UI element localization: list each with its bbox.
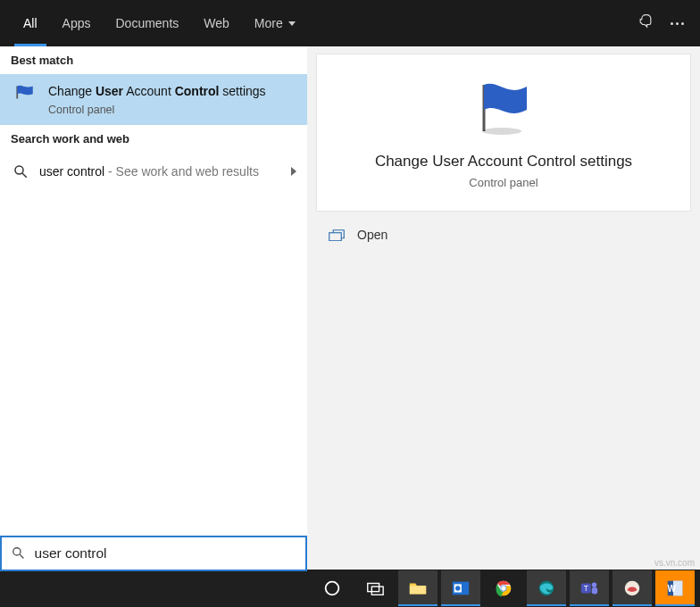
open-icon (329, 229, 345, 241)
chevron-right-icon (291, 167, 296, 176)
tab-all[interactable]: All (11, 0, 50, 46)
open-label: Open (357, 228, 388, 242)
result-subtitle: Control panel (48, 104, 266, 116)
results-panel: Best match Change User Account Control s… (0, 46, 307, 571)
taskbar-edge[interactable] (527, 570, 566, 606)
search-icon (11, 545, 26, 561)
feedback-icon[interactable] (637, 13, 654, 34)
svg-point-19 (592, 583, 597, 588)
svg-rect-9 (410, 586, 426, 594)
uac-shield-flag-icon (471, 79, 536, 137)
tab-web[interactable]: Web (191, 0, 242, 46)
chevron-down-icon (288, 21, 296, 26)
svg-rect-7 (368, 584, 379, 592)
svg-point-6 (326, 582, 339, 595)
svg-rect-8 (371, 586, 383, 595)
svg-point-0 (15, 166, 23, 174)
search-box[interactable] (0, 536, 307, 571)
search-icon (12, 163, 29, 179)
taskbar-taskview[interactable] (355, 570, 395, 606)
svg-text:T: T (584, 585, 588, 593)
preview-card: Change User Account Control settings Con… (316, 54, 691, 212)
svg-line-1 (22, 173, 27, 178)
svg-rect-20 (592, 587, 597, 594)
uac-shield-flag-icon (12, 83, 38, 108)
tab-more-label: More (254, 16, 283, 30)
search-input[interactable] (35, 545, 296, 561)
tab-documents[interactable]: Documents (103, 0, 191, 46)
watermark: vs.vn.com (654, 558, 695, 568)
taskbar-teams[interactable]: T (570, 570, 609, 606)
tab-apps[interactable]: Apps (50, 0, 104, 46)
result-change-uac[interactable]: Change User Account Control settings Con… (0, 74, 307, 125)
svg-point-12 (455, 586, 461, 591)
taskbar-word[interactable]: W (655, 570, 695, 606)
taskbar-cortana[interactable] (312, 570, 352, 606)
taskbar-outlook[interactable] (441, 570, 480, 606)
search-web-row[interactable]: user control - See work and web results (0, 153, 307, 190)
taskbar-left-gap (0, 571, 307, 607)
taskbar-file-explorer[interactable] (398, 570, 438, 606)
search-work-web-header: Search work and web (0, 125, 307, 153)
svg-point-4 (13, 548, 21, 555)
taskbar-chrome[interactable] (484, 570, 523, 606)
svg-point-15 (501, 586, 506, 591)
svg-point-2 (482, 128, 521, 135)
svg-rect-3 (329, 232, 342, 240)
taskbar-app-generic[interactable] (612, 570, 652, 606)
search-web-text: user control - See work and web results (39, 164, 259, 179)
taskbar: T W (307, 570, 700, 607)
search-filter-tabbar: All Apps Documents Web More (0, 0, 700, 46)
preview-panel: Change User Account Control settings Con… (307, 46, 700, 571)
best-match-header: Best match (0, 46, 307, 74)
open-action[interactable]: Open (307, 212, 700, 258)
preview-subtitle: Control panel (469, 176, 538, 189)
options-icon[interactable] (671, 22, 684, 25)
svg-line-5 (20, 554, 23, 558)
tab-more[interactable]: More (242, 0, 308, 46)
result-title: Change User Account Control settings (48, 83, 266, 100)
svg-text:W: W (668, 584, 677, 594)
preview-title: Change User Account Control settings (375, 153, 632, 170)
